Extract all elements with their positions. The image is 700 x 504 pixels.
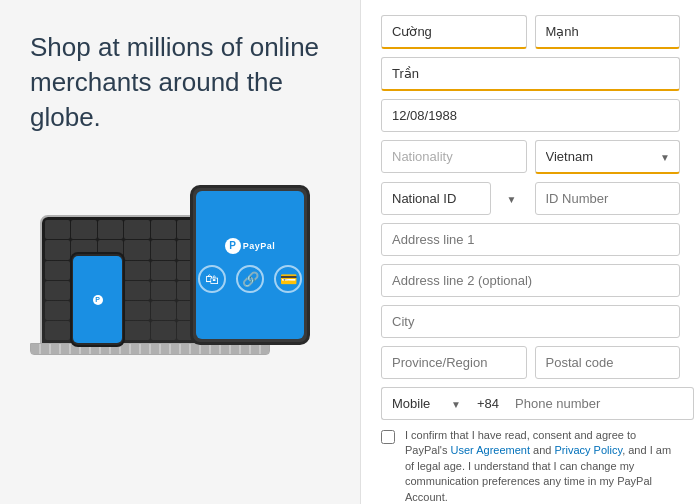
id-type-wrapper: National ID Passport Driver License ▼ (381, 182, 527, 215)
city-row (381, 305, 680, 338)
registration-form: Vietnam United States United Kingdom Oth… (360, 0, 700, 504)
left-panel: Shop at millions of online merchants aro… (0, 0, 360, 504)
city-field (381, 305, 680, 338)
middle-name-input[interactable] (381, 57, 680, 91)
phone-number-input[interactable] (505, 387, 694, 420)
city-input[interactable] (381, 305, 680, 338)
nationality-row: Vietnam United States United Kingdom Oth… (381, 140, 680, 174)
address1-row (381, 223, 680, 256)
province-field (381, 346, 527, 379)
phone-type-wrapper: Mobile Home Work ▼ (381, 387, 471, 420)
phone-illustration: P (70, 252, 125, 347)
id-row: National ID Passport Driver License ▼ (381, 182, 680, 215)
phone-country-code: +84 (471, 387, 505, 420)
province-input[interactable] (381, 346, 527, 379)
dob-field (381, 99, 680, 132)
dob-input[interactable] (381, 99, 680, 132)
terms-checkbox-row: I confirm that I have read, consent and … (381, 428, 680, 504)
address1-field (381, 223, 680, 256)
id-number-field (535, 182, 681, 215)
address2-field (381, 264, 680, 297)
middle-name-row (381, 57, 680, 91)
nationality-select[interactable]: Vietnam United States United Kingdom Oth… (535, 140, 681, 174)
id-type-chevron-icon: ▼ (507, 193, 517, 204)
last-name-field (535, 15, 681, 49)
address2-row (381, 264, 680, 297)
hero-text: Shop at millions of online merchants aro… (30, 30, 330, 135)
name-row (381, 15, 680, 49)
terms-checkbox[interactable] (381, 430, 395, 444)
dob-row (381, 99, 680, 132)
nationality-field (381, 140, 527, 174)
province-postal-row (381, 346, 680, 379)
nationality-select-wrapper: Vietnam United States United Kingdom Oth… (535, 140, 681, 174)
nationality-placeholder-input[interactable] (381, 140, 527, 173)
address1-input[interactable] (381, 223, 680, 256)
postal-field (535, 346, 681, 379)
tablet-illustration: P PayPal 🛍 🔗 💳 (190, 185, 310, 345)
phone-row: Mobile Home Work ▼ +84 (381, 387, 680, 420)
middle-name-field (381, 57, 680, 91)
id-number-input[interactable] (535, 182, 681, 215)
terms-text: I confirm that I have read, consent and … (405, 428, 680, 504)
postal-input[interactable] (535, 346, 681, 379)
first-name-field (381, 15, 527, 49)
devices-illustration: P PayPal 🛍 🔗 💳 P (30, 165, 330, 355)
address2-input[interactable] (381, 264, 680, 297)
phone-type-select[interactable]: Mobile Home Work (381, 387, 471, 420)
first-name-input[interactable] (381, 15, 527, 49)
id-type-select[interactable]: National ID Passport Driver License (381, 182, 491, 215)
user-agreement-link[interactable]: User Agreement (451, 444, 530, 456)
last-name-input[interactable] (535, 15, 681, 49)
privacy-policy-link[interactable]: Privacy Policy (554, 444, 622, 456)
laptop-keyboard (30, 343, 270, 355)
